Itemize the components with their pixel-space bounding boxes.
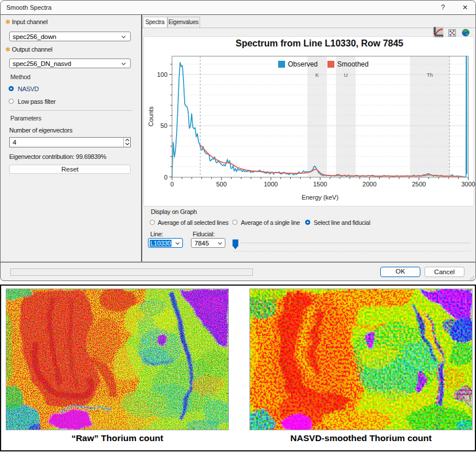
svg-text:2000: 2000: [362, 181, 376, 188]
svg-text:100: 100: [157, 71, 167, 78]
svg-text:U: U: [344, 72, 348, 78]
svg-text:1500: 1500: [313, 181, 327, 188]
svg-text:Observed: Observed: [288, 60, 318, 68]
svg-text:0: 0: [164, 174, 167, 181]
svg-text:Spectrum from Line L10330, Row: Spectrum from Line L10330, Row 7845: [236, 38, 404, 48]
svg-text:2500: 2500: [412, 181, 426, 188]
svg-text:0: 0: [170, 181, 174, 188]
svg-text:500: 500: [216, 181, 227, 188]
svg-text:50: 50: [161, 122, 167, 129]
svg-text:Smoothed: Smoothed: [337, 60, 369, 68]
svg-text:3000: 3000: [461, 181, 475, 188]
svg-text:K: K: [315, 72, 319, 78]
svg-text:Th: Th: [427, 72, 433, 78]
svg-text:1000: 1000: [264, 181, 278, 188]
svg-text:Counts: Counts: [147, 106, 154, 126]
svg-text:Energy (keV): Energy (keV): [302, 194, 338, 201]
